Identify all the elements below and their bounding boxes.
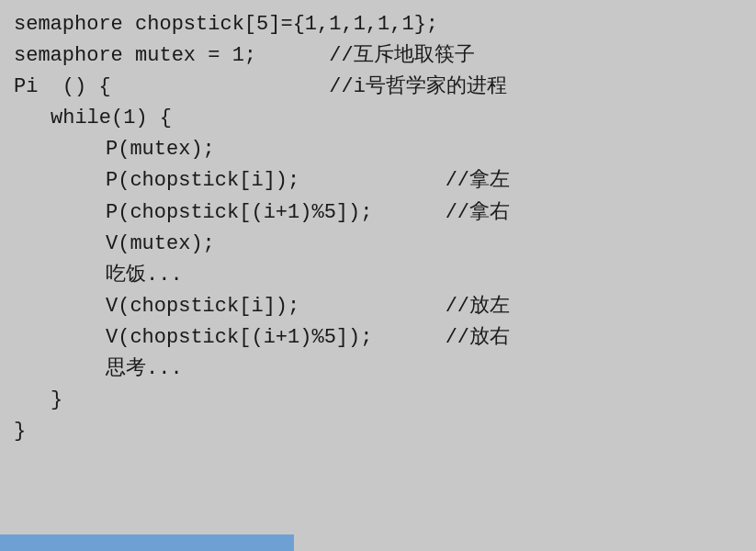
comment-10: //放左 xyxy=(446,291,510,322)
code-text-4: while(1) { xyxy=(51,103,172,134)
code-line-2: semaphore mutex = 1; //互斥地取筷子 xyxy=(14,40,742,72)
code-text-14: } xyxy=(14,416,26,447)
code-text-11: V(chopstick[(i+1)%5]); xyxy=(106,322,446,354)
code-container: semaphore chopstick[5]={1,1,1,1,1}; sema… xyxy=(0,0,756,551)
code-text-9: 吃饭... xyxy=(106,260,183,291)
code-text-12: 思考... xyxy=(106,354,183,385)
comment-3: //i号哲学家的进程 xyxy=(329,72,507,103)
code-text-6: P(chopstick[i]); xyxy=(106,165,446,197)
code-line-7: P(chopstick[(i+1)%5]); //拿右 xyxy=(14,197,742,229)
code-text-8: V(mutex); xyxy=(106,229,215,260)
code-line-4: while(1) { xyxy=(14,103,742,134)
code-line-8: V(mutex); xyxy=(14,229,742,260)
code-text-5: P(mutex); xyxy=(106,134,215,165)
code-text-13: } xyxy=(51,385,62,416)
code-line-12: 思考... xyxy=(14,354,742,385)
code-text-2: semaphore mutex = 1; xyxy=(14,40,329,72)
blue-bar xyxy=(0,534,294,551)
code-line-6: P(chopstick[i]); //拿左 xyxy=(14,165,742,197)
code-text-3: Pi () { xyxy=(14,72,329,103)
comment-7: //拿右 xyxy=(446,197,510,229)
code-line-3: Pi () { //i号哲学家的进程 xyxy=(14,72,742,103)
code-line-11: V(chopstick[(i+1)%5]); //放右 xyxy=(14,322,742,354)
comment-11: //放右 xyxy=(446,322,510,354)
code-line-9: 吃饭... xyxy=(14,260,742,291)
code-text-10: V(chopstick[i]); xyxy=(106,291,446,322)
code-text-7: P(chopstick[(i+1)%5]); xyxy=(106,197,446,229)
comment-6: //拿左 xyxy=(446,165,510,197)
code-line-1: semaphore chopstick[5]={1,1,1,1,1}; xyxy=(14,9,742,40)
comment-2: //互斥地取筷子 xyxy=(329,40,474,72)
code-line-10: V(chopstick[i]); //放左 xyxy=(14,291,742,322)
code-text-1: semaphore chopstick[5]={1,1,1,1,1}; xyxy=(14,9,438,40)
code-line-5: P(mutex); xyxy=(14,134,742,165)
code-line-13: } xyxy=(14,385,742,416)
code-line-14: } xyxy=(14,416,742,447)
